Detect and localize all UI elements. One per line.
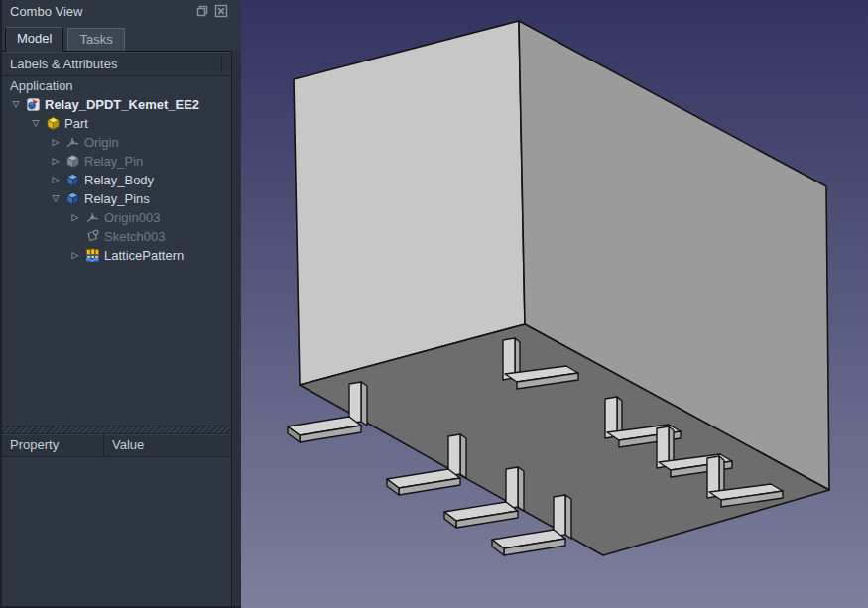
tree-item-sketch003[interactable]: Sketch003 — [2, 227, 231, 246]
collapse-arrow[interactable]: ▷ — [48, 171, 63, 189]
tree-item-relay-pins[interactable]: ▽Relay_Pins — [2, 189, 231, 208]
tree-item-part[interactable]: ▽Part — [2, 114, 231, 133]
value-column-header[interactable]: Value — [104, 434, 232, 456]
tree-item-label: Origin — [81, 133, 119, 152]
model-tree: Application ▽Relay_DPDT_Kemet_EE2▽Part▷O… — [2, 76, 232, 426]
expand-arrow[interactable]: ▽ — [28, 114, 44, 133]
tree-item-label: Relay_Pin — [81, 152, 143, 171]
tab-model[interactable]: Model — [5, 27, 63, 52]
body-icon — [63, 191, 81, 206]
part-icon — [44, 116, 62, 131]
collapse-arrow[interactable]: ▷ — [67, 246, 83, 265]
body-icon — [63, 173, 81, 187]
tree-header-label: Labels & Attributes — [10, 57, 117, 71]
close-icon[interactable] — [213, 4, 228, 19]
origin-icon — [83, 210, 101, 225]
document-icon — [24, 97, 42, 112]
tree-item-label: Sketch003 — [101, 227, 165, 246]
tree-item-relay-dpdt-kemet-ee2[interactable]: ▽Relay_DPDT_Kemet_EE2 — [2, 95, 231, 114]
tree-item-label: Part — [62, 114, 88, 133]
property-editor — [2, 457, 232, 606]
origin-icon — [63, 135, 81, 150]
tree-item-origin003[interactable]: ▷Origin003 — [2, 208, 231, 227]
relay-body-left-face[interactable] — [294, 21, 525, 385]
combo-view-panel: Combo View ModelTasks Labels & Attribute… — [0, 0, 241, 608]
3d-viewport[interactable] — [241, 0, 868, 608]
tree-column-header[interactable]: Labels & Attributes — [2, 52, 232, 76]
splitter-handle[interactable] — [2, 426, 232, 434]
float-icon[interactable] — [194, 4, 209, 19]
expand-arrow[interactable]: ▽ — [48, 189, 63, 208]
tree-item-latticepattern[interactable]: ▷LatticePattern — [2, 246, 231, 265]
tab-tasks[interactable]: Tasks — [67, 28, 124, 51]
sketch-icon — [83, 229, 101, 244]
tree-root-application[interactable]: Application — [2, 76, 231, 95]
panel-titlebar: Combo View — [2, 0, 232, 22]
collapse-arrow[interactable]: ▷ — [48, 133, 63, 152]
expand-arrow[interactable]: ▽ — [8, 95, 24, 114]
tree-item-label: Relay_DPDT_Kemet_EE2 — [42, 95, 199, 114]
tree-item-label: Origin003 — [101, 208, 160, 227]
tab-bar: ModelTasks — [2, 22, 232, 52]
tree-item-origin[interactable]: ▷Origin — [2, 133, 231, 152]
lattice-icon — [83, 248, 101, 263]
tree-item-relay-body[interactable]: ▷Relay_Body — [2, 171, 231, 189]
property-table-header: Property Value — [2, 434, 232, 457]
tree-item-label: Relay_Body — [81, 171, 154, 189]
collapse-arrow[interactable]: ▷ — [67, 208, 83, 227]
freecad-window: Combo View ModelTasks Labels & Attribute… — [0, 0, 868, 608]
relay-model[interactable] — [241, 0, 868, 608]
tree-item-relay-pin[interactable]: ▷Relay_Pin — [2, 152, 231, 171]
body-muted-icon — [63, 154, 81, 169]
property-column-header[interactable]: Property — [2, 434, 104, 456]
panel-title: Combo View — [10, 4, 82, 19]
tree-scrollbar[interactable] — [231, 52, 241, 606]
tree-item-label: Relay_Pins — [81, 189, 150, 208]
collapse-arrow[interactable]: ▷ — [48, 152, 63, 171]
tree-item-label: LatticePattern — [101, 246, 184, 265]
